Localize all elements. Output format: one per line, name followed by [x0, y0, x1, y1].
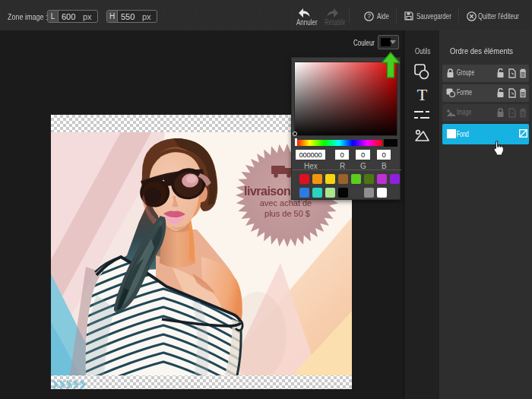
svg-text:plus de 50 $: plus de 50 $ [264, 209, 310, 218]
svg-text:?: ? [367, 12, 371, 20]
